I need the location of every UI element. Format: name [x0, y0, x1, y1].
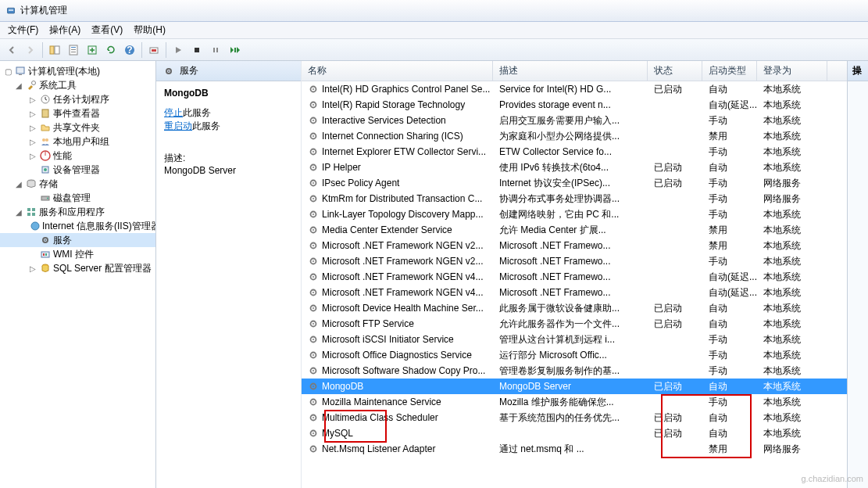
service-row[interactable]: Multimedia Class Scheduler基于系统范围内的任务优先..…	[302, 410, 847, 425]
service-row[interactable]: Link-Layer Topology Discovery Mapp...创建网…	[302, 206, 847, 222]
tree-services-apps[interactable]: ◢服务和应用程序	[0, 205, 155, 219]
service-row[interactable]: IPsec Policy AgentInternet 协议安全(IPSec)..…	[302, 175, 847, 191]
menu-action[interactable]: 操作(A)	[45, 22, 85, 38]
service-detail-pane: 服务 MongoDB 停止此服务 重启动此服务 描述: MongoDB Serv…	[156, 61, 302, 488]
svg-point-35	[31, 222, 39, 230]
window-title: 计算机管理	[20, 4, 67, 17]
service-row[interactable]: Microsoft Software Shadow Copy Pro...管理卷…	[302, 363, 847, 379]
list-body[interactable]: Intel(R) HD Graphics Control Panel Se...…	[302, 81, 847, 488]
gear-icon	[308, 193, 319, 204]
service-row[interactable]: Microsoft Office Diagnostics Service运行部分…	[302, 347, 847, 363]
service-row[interactable]: MongoDBMongoDB Server已启动自动本地系统	[302, 379, 847, 394]
iis-icon	[30, 220, 41, 232]
svg-point-69	[313, 276, 314, 278]
tree-performance[interactable]: ▷性能	[0, 149, 155, 163]
col-logon[interactable]: 登录为	[757, 61, 827, 81]
col-desc[interactable]: 描述	[493, 61, 648, 81]
menu-view[interactable]: 查看(V)	[87, 22, 127, 38]
export-button[interactable]	[84, 41, 101, 59]
folder-icon	[39, 121, 52, 134]
refresh-button[interactable]	[102, 41, 120, 59]
service-row[interactable]: IP Helper使用 IPv6 转换技术(6to4...已启动自动本地系统	[302, 160, 847, 175]
tree-task-scheduler[interactable]: ▷任务计划程序	[0, 92, 155, 106]
connect-button[interactable]	[145, 41, 163, 59]
tree-services[interactable]: 服务	[0, 233, 155, 247]
svg-point-45	[313, 88, 314, 90]
properties-button[interactable]	[65, 41, 82, 59]
col-startup[interactable]: 启动类型	[702, 61, 757, 81]
service-row[interactable]: KtmRm for Distributed Transaction C...协调…	[302, 191, 847, 206]
svg-point-65	[313, 245, 314, 246]
service-row[interactable]: Interactive Services Detection启用交互服务需要用户…	[302, 113, 847, 128]
service-row[interactable]: Microsoft .NET Framework NGEN v4...Micro…	[302, 285, 847, 300]
gear-icon	[308, 350, 319, 361]
start-button[interactable]	[170, 41, 187, 59]
body: ▢计算机管理(本地) ◢系统工具 ▷任务计划程序 ▷事件查看器 ▷共享文件夹 ▷…	[0, 61, 868, 488]
service-row[interactable]: Intel(R) HD Graphics Control Panel Se...…	[302, 81, 847, 97]
stop-link[interactable]: 停止	[164, 107, 183, 118]
svg-point-20	[32, 81, 36, 85]
service-row[interactable]: Microsoft .NET Framework NGEN v2...Micro…	[302, 253, 847, 269]
tree-event-viewer[interactable]: ▷事件查看器	[0, 106, 155, 120]
tree-wmi[interactable]: WMI 控件	[0, 247, 155, 261]
separator	[141, 42, 142, 58]
svg-text:?: ?	[127, 45, 132, 56]
service-row[interactable]: Media Center Extender Service允许 Media Ce…	[302, 222, 847, 238]
tree-shared-folders[interactable]: ▷共享文件夹	[0, 120, 155, 135]
svg-point-61	[313, 214, 314, 215]
sql-icon	[39, 262, 52, 274]
service-row[interactable]: MySQL已启动自动本地系统	[302, 425, 847, 441]
tree-storage[interactable]: ◢存储	[0, 177, 155, 191]
svg-point-81	[313, 370, 314, 371]
separator	[166, 42, 166, 58]
svg-rect-34	[32, 213, 35, 216]
service-row[interactable]: Microsoft .NET Framework NGEN v2...Micro…	[302, 238, 847, 253]
service-row[interactable]: Net.Msmq Listener Adapter通过 net.msmq 和 .…	[302, 441, 847, 457]
service-row[interactable]: Internet Explorer ETW Collector Servi...…	[302, 144, 847, 160]
svg-rect-22	[42, 109, 48, 117]
tree-sys-tools[interactable]: ◢系统工具	[0, 78, 155, 92]
service-row[interactable]: Microsoft FTP Service允许此服务器作为一个文件...已启动自…	[302, 316, 847, 332]
apps-icon	[25, 206, 38, 218]
center-pane: 服务 MongoDB 停止此服务 重启动此服务 描述: MongoDB Serv…	[156, 61, 848, 488]
col-name[interactable]: 名称	[302, 61, 493, 81]
service-row[interactable]: Microsoft Device Health Machine Ser...此服…	[302, 300, 847, 316]
forward-button[interactable]	[22, 41, 39, 59]
restart-button[interactable]	[226, 41, 243, 59]
tree-users-groups[interactable]: ▷本地用户和组	[0, 135, 155, 149]
svg-point-24	[45, 138, 48, 142]
service-row[interactable]: Microsoft iSCSI Initiator Service管理从这台计算…	[302, 332, 847, 347]
separator	[42, 42, 43, 58]
svg-point-75	[313, 323, 314, 325]
svg-rect-6	[71, 47, 76, 48]
service-row[interactable]: Intel(R) Rapid Storage TechnologyProvide…	[302, 97, 847, 113]
service-row[interactable]: Microsoft .NET Framework NGEN v4...Micro…	[302, 269, 847, 285]
svg-rect-8	[71, 52, 76, 52]
tree-iis[interactable]: Internet 信息服务(IIS)管理器	[0, 219, 155, 233]
tree-disk-mgmt[interactable]: 磁盘管理	[0, 191, 155, 205]
svg-rect-13	[152, 49, 156, 52]
col-status[interactable]: 状态	[648, 61, 702, 81]
gear-icon	[308, 443, 319, 454]
tree-device-manager[interactable]: 设备管理器	[0, 163, 155, 177]
restart-link[interactable]: 重启动	[164, 120, 192, 131]
svg-point-73	[313, 307, 314, 309]
stop-button[interactable]	[188, 41, 205, 59]
svg-rect-15	[213, 48, 215, 52]
service-row[interactable]: Internet Connection Sharing (ICS)为家庭和小型办…	[302, 128, 847, 144]
toolbar: ?	[0, 39, 868, 61]
back-button[interactable]	[3, 41, 20, 59]
menu-help[interactable]: 帮助(H)	[129, 22, 170, 38]
gear-icon	[308, 396, 319, 407]
tree-sql[interactable]: ▷SQL Server 配置管理器	[0, 261, 155, 275]
pause-button[interactable]	[207, 41, 224, 59]
watermark: g.chazidian.com	[802, 474, 864, 483]
actions-header: 操	[848, 61, 868, 81]
show-hide-button[interactable]	[46, 41, 63, 59]
menu-file[interactable]: 文件(F)	[3, 22, 43, 38]
wmi-icon	[39, 248, 52, 260]
tree-root[interactable]: ▢计算机管理(本地)	[0, 64, 155, 78]
svg-point-53	[313, 151, 314, 152]
service-row[interactable]: Mozilla Maintenance ServiceMozilla 维护服务能…	[302, 394, 847, 410]
help-button[interactable]: ?	[121, 41, 138, 59]
